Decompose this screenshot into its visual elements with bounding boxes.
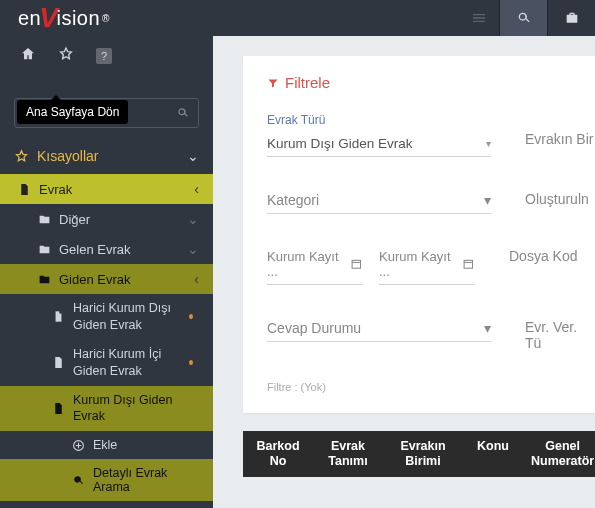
evrak-turu-value: Kurum Dışı Giden Evrak [267,136,413,151]
brand-logo: enVision® [0,0,213,36]
evrak-turu-label: Evrak Türü [267,113,491,127]
kategori-placeholder: Kategori [267,192,319,208]
dosya-kod-label: Dosya Kod [509,244,595,264]
star-icon [14,149,29,164]
brand-post: ision [56,7,100,30]
help-icon: ? [101,50,107,62]
brand-reg: ® [102,13,110,24]
th-genel-numerator[interactable]: Genel Numeratör [523,439,595,469]
nav-detayli-label: Detaylı Evrak Arama [93,466,199,494]
plus-circle-icon [72,439,85,452]
side-quick-icons: ? [0,36,213,72]
filter-toggle[interactable]: Filtrele [267,74,595,91]
nav-harici-disi[interactable]: Harici Kurum Dışı Giden Evrak [0,294,213,340]
nav-diger-label: Diğer [59,212,90,227]
nav-harici-ici[interactable]: Harici Kurum İçi Giden Evrak [0,340,213,386]
field-evrak-turu[interactable]: Evrak Türü Kurum Dışı Giden Evrak▾ [267,113,491,157]
briefcase-button[interactable] [547,0,595,36]
search-icon [176,106,190,120]
olusturuln-label: Oluşturuln [525,187,595,207]
nav-kurum-disi-label: Kurum Dışı Giden Evrak [73,392,193,426]
home-icon [20,46,36,62]
indicator-dot [189,360,193,365]
menu-toggle-button[interactable] [459,0,499,36]
th-evrak-tanimi[interactable]: Evrak Tanımı [313,439,383,469]
nav-harici-disi-label: Harici Kurum Dışı Giden Evrak [73,300,189,334]
nav-ekle-label: Ekle [93,438,117,452]
document-icon [18,183,31,196]
caret-down-icon: ▾ [486,138,491,149]
filter-icon [267,77,279,89]
nav-diger[interactable]: Diğer ⌄ [0,204,213,234]
th-konu[interactable]: Konu [463,439,523,469]
field-kurum-kayit-end[interactable]: Kurum Kayıt ... [379,244,475,285]
search-icon [72,474,85,487]
filter-note: Filtre : (Yok) [267,381,595,393]
th-barkod[interactable]: Barkod No [243,439,313,469]
briefcase-icon [564,10,580,26]
calendar-icon [350,257,363,271]
evr-ver-tu-label: Evr. Ver. Tü [525,315,595,351]
nav-ekle[interactable]: Ekle [0,431,213,459]
file-icon [52,402,65,415]
home-button[interactable] [20,46,36,66]
chevron-down-icon: ⌄ [187,148,199,164]
sidebar: ? Ana Sayfaya Dön Kısayollar ⌄ Evrak ‹ D… [0,36,213,508]
evrakin-bir-label: Evrakın Bir [525,113,595,147]
topbar: enVision® [0,0,595,36]
chevron-left-icon: ‹ [194,271,199,287]
nav-evrak-label: Evrak [39,182,72,197]
folder-icon [38,243,51,256]
nav-evrak[interactable]: Evrak ‹ [0,174,213,204]
caret-down-icon: ▾ [484,320,491,336]
th-evrakin-birimi[interactable]: Evrakın Birimi [383,439,463,469]
caret-down-icon: ▾ [484,192,491,208]
svg-rect-2 [464,260,472,268]
results-table-header: Barkod No Evrak Tanımı Evrakın Birimi Ko… [243,431,595,477]
cevap-durumu-placeholder: Cevap Durumu [267,320,361,336]
nav-harici-ici-label: Harici Kurum İçi Giden Evrak [73,346,189,380]
hamburger-icon [471,10,487,26]
kurum-kayit-end-label: Kurum Kayıt ... [379,249,456,279]
filter-title: Filtrele [285,74,330,91]
kurum-kayit-start-label: Kurum Kayıt ... [267,249,344,279]
search-icon [516,10,532,26]
top-search-button[interactable] [499,0,547,36]
folder-icon [38,273,51,286]
shortcuts-header[interactable]: Kısayollar ⌄ [0,138,213,174]
nav-giden-evrak[interactable]: Giden Evrak ‹ [0,264,213,294]
filter-card: Filtrele Evrak Türü Kurum Dışı Giden Evr… [243,56,595,413]
brand-pre: en [18,7,41,30]
nav-kurum-ici[interactable]: Kurum İçi Giden Evrak [0,501,213,508]
file-icon [52,310,65,323]
folder-icon [38,213,51,226]
field-kategori[interactable]: Kategori▾ [267,187,491,214]
main-content: Filtrele Evrak Türü Kurum Dışı Giden Evr… [213,36,595,508]
star-icon [58,46,74,62]
indicator-dot [189,314,193,319]
chevron-down-icon: ⌄ [187,241,199,257]
field-cevap-durumu[interactable]: Cevap Durumu▾ [267,315,491,351]
field-kurum-kayit-start[interactable]: Kurum Kayıt ... [267,244,363,285]
chevron-down-icon: ⌄ [187,211,199,227]
help-button[interactable]: ? [96,48,112,64]
nav-giden-label: Giden Evrak [59,272,131,287]
svg-rect-1 [352,260,360,268]
calendar-icon [462,257,475,271]
nav-kurum-disi[interactable]: Kurum Dışı Giden Evrak [0,386,213,432]
nav-detayli-arama[interactable]: Detaylı Evrak Arama [0,459,213,501]
chevron-left-icon: ‹ [194,181,199,197]
shortcuts-label: Kısayollar [37,148,98,164]
file-icon [52,356,65,369]
favorites-button[interactable] [58,46,74,66]
home-tooltip: Ana Sayfaya Dön [17,100,128,124]
nav-gelen-label: Gelen Evrak [59,242,131,257]
nav-gelen-evrak[interactable]: Gelen Evrak ⌄ [0,234,213,264]
